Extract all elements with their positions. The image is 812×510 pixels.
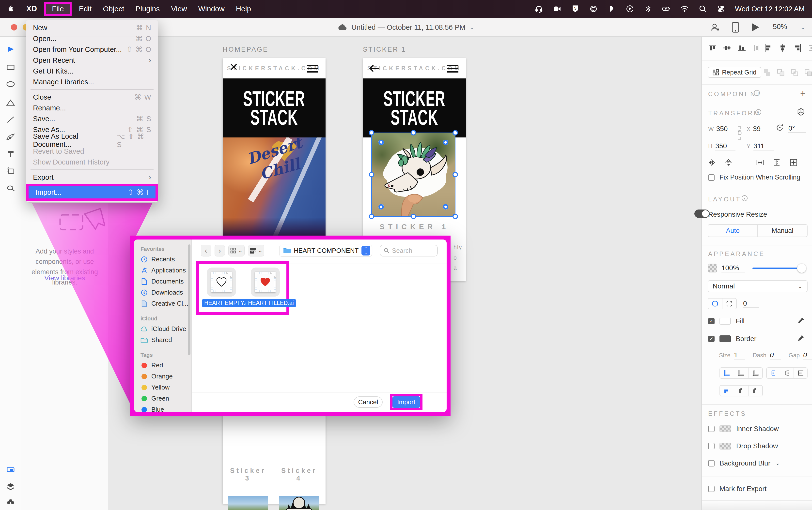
layers-panel-icon[interactable] — [0, 480, 21, 493]
menu-item-import[interactable]: Import...⇧ ⌘ I — [29, 186, 155, 199]
join-miter-button[interactable] — [720, 386, 734, 396]
mark-for-export-checkbox[interactable] — [708, 486, 715, 492]
artboard-label-homepage[interactable]: HOMEPAGE — [223, 46, 268, 53]
play-prototype-icon[interactable] — [751, 23, 760, 32]
select-tool[interactable] — [0, 43, 21, 57]
menu-help[interactable]: Help — [236, 5, 251, 13]
menu-item-open-recent[interactable]: Open Recent› — [26, 55, 158, 66]
icon-view-button[interactable]: ⌄ — [228, 245, 244, 257]
sidebar-item-applications[interactable]: Applications — [134, 265, 192, 276]
headset-icon[interactable] — [535, 5, 543, 13]
responsive-resize-toggle[interactable] — [694, 210, 709, 218]
spotlight-search-icon[interactable] — [699, 5, 707, 13]
bool-exclude-icon[interactable] — [804, 68, 812, 77]
align-left-icon[interactable] — [764, 44, 772, 52]
border-eyedropper-icon[interactable] — [797, 334, 805, 342]
sticker6-photo[interactable]: THE Wild IS CALLING ME HOME — [279, 496, 319, 510]
hamburger-menu-icon[interactable] — [447, 65, 458, 74]
width-input[interactable]: 350 — [716, 125, 736, 133]
close-icon[interactable] — [230, 63, 238, 71]
auto-tab[interactable]: Auto — [708, 225, 758, 237]
shield-5-icon[interactable]: 5 — [571, 5, 579, 13]
sidebar-tag-green[interactable]: Green — [134, 393, 192, 404]
gap-input[interactable]: 0 — [803, 351, 812, 360]
bool-add-icon[interactable] — [763, 68, 771, 77]
add-component-button[interactable]: + — [800, 88, 806, 99]
polygon-tool[interactable] — [0, 96, 21, 110]
dash-input[interactable]: 0 — [770, 351, 781, 360]
stroke-inner-button[interactable] — [720, 368, 734, 378]
corner-radius-handle[interactable] — [378, 140, 384, 145]
assets-panel-icon[interactable] — [0, 463, 21, 477]
menu-view[interactable]: View — [171, 5, 187, 13]
align-right-icon[interactable] — [793, 44, 802, 52]
sidebar-item-shared[interactable]: Shared — [134, 334, 192, 346]
opacity-input[interactable]: 100% — [721, 264, 745, 272]
resize-handle[interactable] — [453, 214, 458, 219]
align-bottom-icon[interactable] — [738, 44, 746, 52]
align-top-icon[interactable] — [708, 44, 717, 52]
chevron-down-icon[interactable]: ⌄ — [775, 460, 780, 467]
border-color-swatch[interactable] — [720, 335, 731, 342]
back-button[interactable]: ‹ — [201, 245, 211, 257]
sidebar-tag-blue[interactable]: Blue — [134, 404, 192, 412]
rotation-input[interactable]: 0° — [788, 124, 806, 133]
resize-handle[interactable] — [369, 214, 374, 219]
blend-mode-dropdown[interactable]: Normal ⌄ — [708, 280, 808, 292]
device-preview-icon[interactable] — [731, 22, 740, 33]
height-input[interactable]: 350 — [715, 142, 735, 150]
sidebar-item-icloud-drive[interactable]: iCloud Drive — [134, 323, 192, 334]
border-checkbox[interactable]: ✓ — [708, 336, 715, 342]
resize-handle[interactable] — [369, 172, 374, 177]
sidebar-tag-yellow[interactable]: Yellow — [134, 382, 192, 393]
menu-item-export[interactable]: Export› — [26, 172, 158, 183]
align-center-icon[interactable] — [779, 44, 787, 52]
zoom-level-control[interactable]: 50% ⌄ — [772, 23, 805, 32]
size-input[interactable]: 1 — [734, 351, 745, 360]
group-view-button[interactable]: ⌄ — [248, 245, 264, 257]
fix-size-icon[interactable] — [789, 158, 798, 167]
text-tool[interactable] — [0, 147, 21, 161]
import-button[interactable]: Import — [393, 396, 420, 408]
apple-menu-icon[interactable] — [7, 5, 14, 12]
sidebar-item-downloads[interactable]: Downloads — [134, 287, 192, 298]
info-icon[interactable] — [753, 90, 760, 96]
info-icon[interactable] — [741, 195, 748, 202]
sidebar-scrollbar[interactable] — [188, 244, 191, 355]
menu-file[interactable]: File — [44, 2, 71, 16]
rectangle-tool[interactable] — [0, 60, 21, 74]
bool-subtract-icon[interactable] — [777, 68, 785, 77]
menu-item-get-ui-kits[interactable]: Get UI Kits... — [26, 66, 158, 77]
pen-tool[interactable] — [0, 130, 21, 144]
sidebar-item-documents[interactable]: Documents — [134, 276, 192, 287]
battery-icon[interactable] — [662, 5, 670, 13]
zoom-tool[interactable] — [0, 181, 21, 195]
cap-round-button[interactable] — [780, 368, 794, 378]
menu-plugins[interactable]: Plugins — [136, 5, 160, 13]
distribute-horizontal-icon[interactable] — [808, 44, 812, 52]
zoom-level-value[interactable]: 50% — [772, 23, 792, 32]
background-blur-checkbox[interactable] — [708, 460, 715, 467]
control-center-icon[interactable] — [717, 5, 725, 13]
corner-radius-handle[interactable] — [443, 140, 448, 145]
fill-color-swatch[interactable] — [720, 318, 731, 325]
menu-item-save-as-local[interactable]: Save As Local Document...⌥ ⇧ ⌘ S — [26, 135, 158, 146]
individual-radius-button[interactable] — [722, 299, 736, 309]
forward-button[interactable]: › — [214, 245, 225, 257]
cap-butt-button[interactable] — [767, 368, 780, 378]
bool-intersect-icon[interactable] — [790, 68, 799, 77]
x-input[interactable]: 39 — [753, 125, 773, 133]
folder-stepper-icon[interactable]: ⌃⌄ — [361, 246, 370, 256]
share-invite-icon[interactable] — [710, 22, 720, 32]
wifi-icon[interactable] — [680, 5, 689, 13]
join-bevel-button[interactable] — [749, 386, 762, 396]
menu-item-close[interactable]: Close⌘ W — [26, 92, 158, 102]
sidebar-tag-orange[interactable]: Orange — [134, 371, 192, 382]
file-name-selected[interactable]: HEART EMPTY.ai — [202, 299, 252, 307]
artboard-tool[interactable] — [0, 164, 21, 178]
uniform-radius-button[interactable] — [708, 299, 722, 309]
info-icon[interactable] — [755, 109, 762, 116]
flip-horizontal-icon[interactable] — [708, 158, 716, 167]
menu-item-manage-libraries[interactable]: Manage Libraries... — [26, 77, 158, 87]
notch-icon[interactable] — [608, 5, 616, 13]
